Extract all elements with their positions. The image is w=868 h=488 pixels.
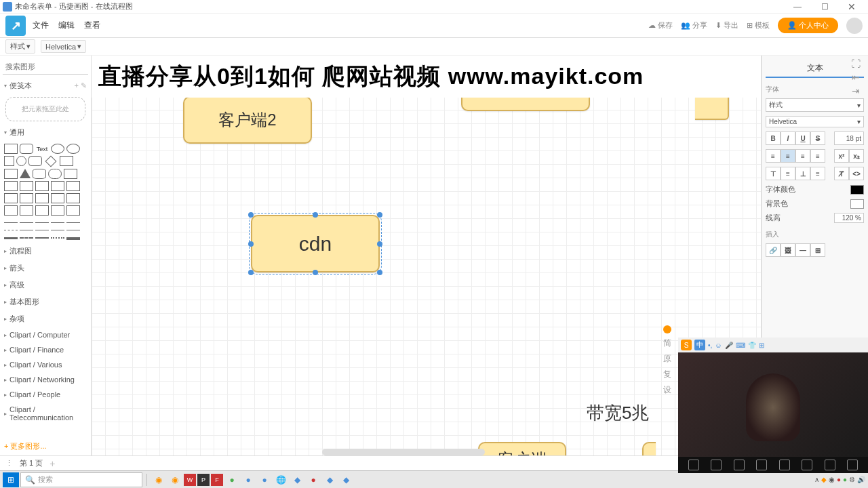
cat-misc[interactable]: ▸杂项 [0, 310, 91, 327]
add-page-button[interactable]: + [50, 458, 55, 469]
cat-various[interactable]: ▸Clipart / Various [0, 357, 91, 372]
ime-b1[interactable]: •, [708, 342, 712, 349]
align-left[interactable]: ≡ [766, 149, 781, 163]
shape-s1[interactable] [4, 181, 18, 191]
shape-text[interactable]: Text [35, 144, 49, 154]
valign-4[interactable]: ≡ [810, 167, 825, 180]
insert-link[interactable]: 🔗 [766, 243, 781, 257]
close-button[interactable]: ✕ [838, 0, 865, 14]
align-center[interactable]: ≡ [781, 149, 795, 163]
shape-s13[interactable] [35, 205, 49, 216]
strike-button[interactable]: S [810, 131, 825, 145]
insert-hr[interactable]: — [795, 243, 810, 257]
shape-5[interactable] [60, 156, 73, 166]
wc-1[interactable] [688, 460, 699, 470]
page-menu-icon[interactable]: ⋮ [5, 459, 13, 468]
tb-app13[interactable]: ◆ [338, 472, 353, 487]
ime-b5[interactable]: 👕 [748, 342, 756, 349]
fontsize-input[interactable]: 18 pt [834, 131, 864, 145]
shape-tri[interactable] [20, 169, 31, 178]
shape-line9[interactable] [51, 230, 64, 230]
shape-line5[interactable] [66, 222, 80, 223]
shape-s12[interactable] [20, 205, 33, 216]
tb-app7[interactable]: ● [241, 472, 256, 487]
shape-s3[interactable] [35, 181, 49, 191]
ime-b3[interactable]: 🎤 [725, 342, 733, 349]
tb-app3[interactable]: W [184, 474, 196, 486]
shape-s11[interactable] [4, 205, 18, 216]
save-button[interactable]: ☁ 保存 [648, 20, 673, 30]
bg-color-swatch[interactable] [850, 199, 864, 209]
style-select[interactable]: 样式▾ [766, 98, 864, 112]
wc-5[interactable] [779, 460, 790, 470]
shape-rect[interactable] [4, 144, 18, 154]
shape-a5[interactable] [66, 237, 80, 240]
clear-fmt[interactable]: T̸ [834, 167, 849, 180]
export-button[interactable]: ⬇ 导出 [715, 20, 738, 30]
cat-flowchart[interactable]: ▸流程图 [0, 243, 91, 260]
cat-people[interactable]: ▸Clipart / People [0, 387, 91, 402]
shape-s10[interactable] [66, 193, 80, 203]
tray-5[interactable]: ● [843, 476, 847, 483]
font-select[interactable]: Helvetica▾ [766, 116, 864, 127]
shape-a3[interactable] [35, 237, 49, 239]
tb-app6[interactable]: ● [224, 472, 239, 487]
code-fmt[interactable]: <> [849, 167, 864, 180]
cat-arrows[interactable]: ▸箭头 [0, 260, 91, 277]
shape-s14[interactable] [51, 205, 64, 216]
tray-1[interactable]: ∧ [814, 476, 819, 483]
node-partial-br[interactable] [642, 442, 656, 455]
tray-7[interactable]: 🔊 [857, 476, 865, 483]
shape-pill[interactable] [28, 156, 42, 166]
sub-button[interactable]: x₂ [849, 149, 864, 163]
cat-scratch[interactable]: ▾便笺本+ ✎ [0, 77, 91, 94]
shape-line8[interactable] [35, 230, 49, 230]
shape-a1[interactable] [4, 237, 18, 239]
cat-advanced[interactable]: ▸高级 [0, 277, 91, 293]
page-tab-1[interactable]: 第 1 页 [20, 458, 43, 468]
shape-s2[interactable] [20, 181, 33, 191]
valign-top[interactable]: ⊤ [766, 167, 781, 180]
tb-app11[interactable]: ● [306, 472, 321, 487]
shape-line1[interactable] [4, 222, 18, 223]
node-client-bottom[interactable]: 客户端 [478, 442, 566, 455]
shape-cloud[interactable] [48, 169, 62, 179]
maximize-button[interactable]: ☐ [811, 0, 838, 14]
sup-button[interactable]: x² [834, 149, 849, 163]
shape-hex[interactable] [4, 169, 18, 179]
wc-6[interactable] [802, 460, 812, 470]
menu-file[interactable]: 文件 [33, 20, 49, 31]
shape-cyl[interactable] [33, 169, 46, 179]
style-dropdown[interactable]: 样式 ▾ [5, 39, 35, 54]
shape-s6[interactable] [4, 193, 18, 203]
menu-edit[interactable]: 编辑 [58, 20, 75, 31]
node-cdn-selected[interactable]: cdn [251, 215, 380, 272]
wc-4[interactable] [756, 460, 767, 470]
cat-computer[interactable]: ▸Clipart / Computer [0, 327, 91, 342]
tb-app12[interactable]: ◆ [322, 472, 337, 487]
align-right[interactable]: ≡ [795, 149, 810, 163]
font-color-swatch[interactable] [850, 185, 864, 195]
shape-s7[interactable] [20, 193, 33, 203]
shape-line10[interactable] [66, 230, 80, 230]
valign-mid[interactable]: ≡ [781, 167, 795, 180]
italic-button[interactable]: I [781, 131, 795, 145]
float-dot[interactable] [663, 325, 671, 333]
dropzone[interactable]: 把元素拖至此处 [5, 97, 85, 121]
shape-round-rect[interactable] [20, 144, 33, 154]
cat-basic[interactable]: ▸基本图形 [0, 293, 91, 310]
personal-center-button[interactable]: 👤 个人中心 [778, 18, 838, 33]
ime-b2[interactable]: ☺ [715, 342, 722, 349]
shape-ellipse[interactable] [51, 144, 64, 154]
taskbar-search[interactable]: 🔍搜索 [20, 472, 142, 487]
align-justify[interactable]: ≡ [810, 149, 825, 163]
tb-app8[interactable]: ● [257, 472, 272, 487]
wc-7[interactable] [825, 460, 835, 470]
float-t2[interactable]: 原 [663, 353, 671, 365]
tray-2[interactable]: ◆ [821, 476, 827, 483]
tray-4[interactable]: ● [837, 476, 841, 483]
shape-s4[interactable] [51, 181, 64, 191]
tb-app4[interactable]: P [197, 474, 210, 486]
shape-doc[interactable] [64, 169, 77, 179]
valign-bot[interactable]: ⊥ [795, 167, 810, 180]
